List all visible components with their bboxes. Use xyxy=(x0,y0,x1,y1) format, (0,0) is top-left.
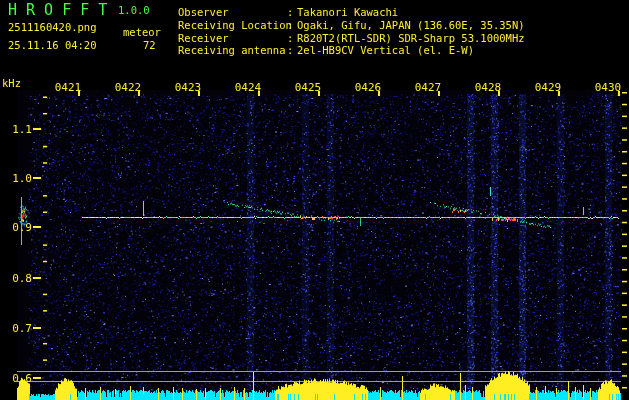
output-filename: 2511160420.png xyxy=(8,22,97,33)
app-title: H R O F F T xyxy=(8,3,107,18)
echo-count: 72 xyxy=(143,40,156,51)
y-axis-unit-label: kHz xyxy=(2,78,21,89)
x-tick-label: 0428 xyxy=(466,81,510,94)
x-tick-label: 0425 xyxy=(286,81,330,94)
x-tick-label: 0422 xyxy=(106,81,150,94)
x-tick-label: 0429 xyxy=(526,81,570,94)
info-row: Receiving antenna:2el-HB9CV Vertical (el… xyxy=(178,44,525,57)
info-row: Receiving Location:Ogaki, Gifu, JAPAN (1… xyxy=(178,19,525,32)
info-sep: : xyxy=(287,6,297,18)
y-tick-label: 0.6 xyxy=(0,372,32,385)
y-tick-label: 0.9 xyxy=(0,221,32,234)
x-tick-label: 0424 xyxy=(226,81,270,94)
info-sep: : xyxy=(287,32,297,44)
info-row: Observer:Takanori Kawachi xyxy=(178,6,525,19)
info-row: Receiver:R820T2(RTL-SDR) SDR-Sharp 53.10… xyxy=(178,32,525,45)
mode-label: meteor xyxy=(123,27,161,38)
info-sep: : xyxy=(287,44,297,56)
info-value: R820T2(RTL-SDR) SDR-Sharp 53.1000MHz xyxy=(297,32,525,44)
info-value: Takanori Kawachi xyxy=(297,6,398,18)
observation-datetime: 25.11.16 04:20 xyxy=(8,40,97,51)
station-info-table: Observer:Takanori KawachiReceiving Locat… xyxy=(178,6,525,57)
x-tick-label: 0427 xyxy=(406,81,450,94)
x-tick-label: 0430 xyxy=(586,81,629,94)
info-value: 2el-HB9CV Vertical (el. E-W) xyxy=(297,44,474,56)
info-label: Receiver xyxy=(178,32,287,44)
y-tick-label: 1.1 xyxy=(0,123,32,136)
x-tick-label: 0426 xyxy=(346,81,390,94)
y-tick-label: 0.7 xyxy=(0,322,32,335)
info-label: Receiving antenna xyxy=(178,44,287,56)
app-version: 1.0.0 xyxy=(118,5,150,16)
y-tick-label: 0.8 xyxy=(0,272,32,285)
hrofft-screen: H R O F F T 1.0.0 2511160420.png meteor … xyxy=(0,0,629,400)
info-sep: : xyxy=(287,19,297,31)
x-tick-label: 0421 xyxy=(46,81,90,94)
info-label: Receiving Location xyxy=(178,19,287,31)
info-label: Observer xyxy=(178,6,287,18)
x-tick-label: 0423 xyxy=(166,81,210,94)
spectrogram-canvas xyxy=(0,0,629,400)
y-tick-label: 1.0 xyxy=(0,172,32,185)
info-value: Ogaki, Gifu, JAPAN (136.60E, 35.35N) xyxy=(297,19,525,31)
